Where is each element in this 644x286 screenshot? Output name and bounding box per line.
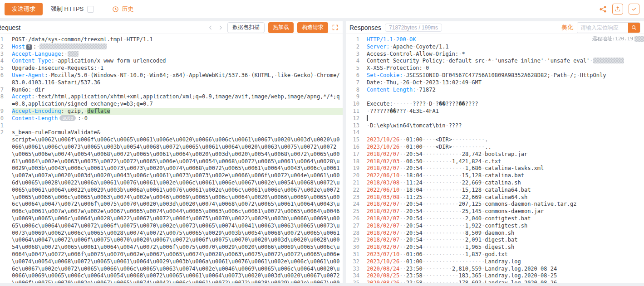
code-line[interactable]: 322023/10/26··01:00···················La… bbox=[346, 258, 644, 266]
code-token: ··20:54···········207,125·commons-daemon… bbox=[399, 201, 576, 207]
code-token: User-Agent bbox=[12, 72, 44, 78]
code-line[interactable]: 162023/10/26··01:00····<DIR>··········.. bbox=[346, 144, 644, 151]
search-button[interactable] bbox=[628, 22, 640, 33]
chevron-left-icon[interactable] bbox=[207, 24, 214, 31]
code-token: HTTP/1.1·200·OK bbox=[367, 36, 416, 43]
force-https-label: 强制 HTTPS bbox=[51, 5, 84, 13]
code-token: s_bean=ruleFormulaValidate& bbox=[12, 129, 100, 136]
redacted-blur bbox=[593, 58, 624, 63]
code-line[interactable]: 4Content-Security-Policy:·default-src·*·… bbox=[346, 58, 644, 65]
code-line[interactable]: 3Access-Control-Allow-Origin:·* bbox=[346, 51, 644, 58]
code-line[interactable]: 152023/10/26··01:00····<DIR>··········. bbox=[346, 136, 644, 144]
share-icon[interactable] bbox=[599, 5, 607, 13]
code-token: Execute:······????·D·?��????��???? bbox=[367, 101, 478, 107]
code-line[interactable]: 3Accept-Language:· bbox=[0, 51, 343, 58]
code-line[interactable]: 232018/03/08··11:25············22,669·ca… bbox=[346, 194, 644, 201]
code-line[interactable]: 342020/08/25··23:58···········183,365·La… bbox=[346, 272, 644, 280]
code-line[interactable]: 2Host?:· bbox=[0, 44, 343, 51]
hot-reload-button[interactable]: 热加载 bbox=[268, 22, 294, 33]
line-number: 8 bbox=[346, 87, 359, 94]
code-line[interactable]: 4Content-Type:·application/x-www-form-ur… bbox=[0, 58, 343, 65]
code-line[interactable]: 9Accept-Encoding:·gzip,·deflate bbox=[0, 108, 343, 115]
code-token: deflate bbox=[87, 108, 110, 114]
code-line[interactable]: 8Content-Length:·71872 bbox=[346, 87, 644, 94]
construct-request-button[interactable]: 构造请求 bbox=[297, 22, 328, 33]
code-token: 2018/03/08 bbox=[367, 179, 399, 186]
export-icon[interactable] bbox=[612, 4, 623, 15]
fullscreen-icon[interactable] bbox=[332, 24, 339, 31]
split-view: Request 数据包扫描 热加载 构造请求 1POST·/data/sys-c… bbox=[0, 18, 644, 283]
code-token: POST·/data/sys-common/treexml.tmpl·HTTP/… bbox=[12, 36, 153, 43]
code-token: ··01:00····<DIR>··········. bbox=[399, 136, 488, 143]
search-input[interactable] bbox=[577, 23, 628, 33]
code-line[interactable]: 242018/02/07··20:54···········207,125·co… bbox=[346, 201, 644, 208]
code-line[interactable]: 282018/02/07··20:54·············8,509·da… bbox=[346, 230, 644, 237]
code-line[interactable]: 202022/06/10··18:04············15,128·ca… bbox=[346, 172, 644, 179]
code-line[interactable]: 332020/08/24··23:50·········2,810,559·La… bbox=[346, 266, 644, 273]
code-line[interactable]: 11·??????��???·4E3E-4FA1 bbox=[346, 108, 644, 115]
line-number: 11 bbox=[0, 122, 4, 130]
line-number: 5 bbox=[0, 65, 4, 72]
line-number: 8 bbox=[0, 93, 4, 101]
code-token: ··18:04············15,128·catalina64.bat bbox=[399, 187, 531, 193]
code-token: 2020/08/24 bbox=[367, 266, 399, 272]
code-line[interactable]: 7Date:·Thu,·26·Oct·2023·13:02:49·GMT bbox=[346, 79, 644, 87]
code-line[interactable]: 11 bbox=[0, 122, 343, 130]
code-token: Accept-Language bbox=[12, 51, 61, 57]
redacted-blur bbox=[39, 44, 107, 49]
top-toolbar: 发送请求 强制 HTTPS 历史 bbox=[0, 0, 644, 18]
code-line[interactable]: 7RunGo:·dir bbox=[0, 87, 343, 94]
request-editor[interactable]: 1POST·/data/sys-common/treexml.tmpl·HTTP… bbox=[0, 34, 343, 283]
code-line[interactable]: 13·D:\ekp\win64\tomcat\bin·???? bbox=[346, 122, 644, 130]
code-line[interactable]: 192018/02/07··20:54·············1,686·ca… bbox=[346, 165, 644, 172]
code-line[interactable]: 9 bbox=[346, 93, 644, 101]
line-number: 12 bbox=[346, 115, 359, 122]
code-token: \u0062\u006f\u006f\u006c\u0065\u0061\u00… bbox=[12, 136, 339, 283]
code-line[interactable]: 302018/02/07··20:54·············1,965·di… bbox=[346, 244, 644, 251]
code-line[interactable]: 8Accept:·text/html,application/xhtml+xml… bbox=[0, 93, 343, 108]
code-line[interactable]: 182018/02/03··06:50·········1,421,824·c.… bbox=[346, 158, 644, 165]
line-number: 28 bbox=[346, 230, 359, 237]
code-line[interactable]: 172018/02/07··20:54············28,742·bo… bbox=[346, 151, 644, 158]
code-token: 2018/02/07 bbox=[367, 223, 399, 229]
code-line[interactable]: 272018/02/07··20:54·············1,922·co… bbox=[346, 223, 644, 230]
redacted-blur bbox=[68, 51, 79, 57]
code-token: ··20:54·············8,509·daemon.sh bbox=[399, 230, 514, 236]
code-line[interactable]: 292018/02/07··20:54·············2,091·di… bbox=[346, 237, 644, 244]
code-line[interactable]: 10Execute:······????·D·?��????��???? bbox=[346, 101, 644, 108]
send-request-button[interactable]: 发送请求 bbox=[5, 3, 43, 15]
line-number: 6 bbox=[346, 72, 359, 79]
code-token: Accept-Encoding bbox=[12, 108, 61, 114]
engine-check-icon[interactable] bbox=[629, 4, 639, 15]
tab-request[interactable]: Request bbox=[0, 24, 20, 31]
line-number: 9 bbox=[346, 93, 359, 101]
code-line[interactable]: 312023/07/10··01:06·············1,837·go… bbox=[346, 251, 644, 258]
chevron-right-icon[interactable] bbox=[217, 24, 224, 31]
history-button[interactable]: 历史 bbox=[111, 5, 133, 13]
code-token: :·Mozilla/5.0·(Windows·NT·10.0;·Win64;·x… bbox=[12, 72, 340, 86]
code-token: Upgrade-Insecure-Requests:·1 bbox=[12, 65, 103, 71]
code-line[interactable]: 5Upgrade-Insecure-Requests:·1 bbox=[0, 65, 343, 72]
tab-responses[interactable]: Responses bbox=[349, 24, 381, 31]
code-line[interactable]: 2Server:·Apache-Coyote/1.1 bbox=[346, 44, 644, 51]
auto-content-length-tag: auto bbox=[59, 115, 76, 121]
code-token: X-XSS-Protection:·0 bbox=[367, 65, 429, 71]
code-line[interactable]: 6User-Agent:·Mozilla/5.0·(Windows·NT·10.… bbox=[0, 72, 343, 87]
code-line[interactable]: 12 bbox=[346, 115, 644, 122]
code-line[interactable]: 212018/03/08··11:24············22,669·ca… bbox=[346, 179, 644, 187]
code-line[interactable]: 14 bbox=[346, 129, 644, 136]
code-line[interactable]: 6Set-Cookie:·JSESSIONID=DF04567C47756A10… bbox=[346, 72, 644, 79]
beautify-button[interactable]: 美化 bbox=[561, 24, 573, 32]
code-line[interactable]: 12s_bean=ruleFormulaValidate&script=\u00… bbox=[0, 129, 343, 283]
response-editor[interactable]: 远程地址:120.19 1HTTP/1.1·200·OK2Server:·Apa… bbox=[346, 34, 644, 283]
code-line[interactable]: 5X-XSS-Protection:·0 bbox=[346, 65, 644, 72]
code-line[interactable]: 262018/02/07··20:54·············2,040·co… bbox=[346, 215, 644, 223]
code-line[interactable]: 1POST·/data/sys-common/treexml.tmpl·HTTP… bbox=[0, 36, 343, 44]
packet-scan-button[interactable]: 数据包扫描 bbox=[227, 22, 265, 33]
force-https-checkbox[interactable] bbox=[87, 6, 94, 13]
code-line[interactable]: 252018/02/07··20:54············25,145·co… bbox=[346, 208, 644, 215]
code-line[interactable]: 222022/06/10··18:04············15,128·ca… bbox=[346, 187, 644, 194]
code-line[interactable]: 352020/08/26··23:58···········178,693·La… bbox=[346, 280, 644, 283]
code-line[interactable]: 10Content-Lengthauto:·0 bbox=[0, 115, 343, 122]
code-token: ··11:24············22,669·catalina.sh bbox=[399, 179, 521, 186]
